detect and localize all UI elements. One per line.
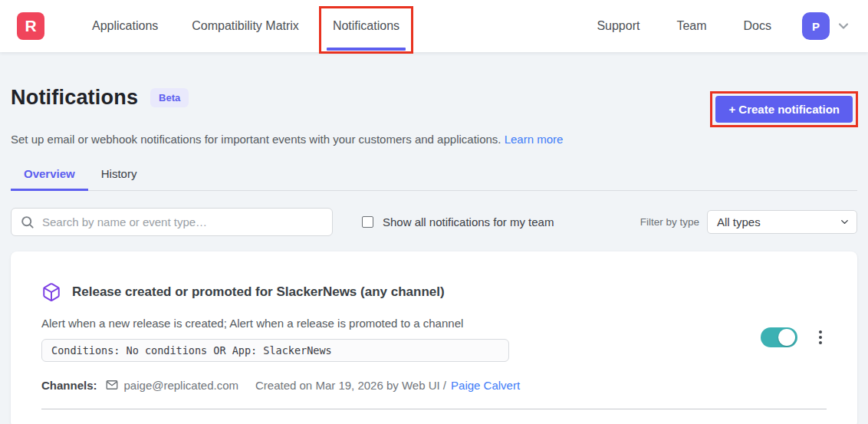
learn-more-link[interactable]: Learn more [505, 133, 564, 146]
notification-description: Alert when a new release is created; Ale… [41, 317, 742, 330]
nav-item-compatibility-matrix[interactable]: Compatibility Matrix [175, 0, 316, 52]
filter-by-type-label: Filter by type [640, 216, 699, 228]
email-icon [105, 378, 119, 392]
tab-overview[interactable]: Overview [11, 161, 88, 190]
main-content: Notifications Beta + Create notification… [0, 52, 868, 424]
create-notification-button[interactable]: + Create notification [715, 96, 853, 123]
secondary-nav: Support Team Docs P [578, 0, 851, 52]
tab-bar: Overview History [11, 161, 857, 191]
chevron-down-icon[interactable] [836, 18, 851, 34]
tab-history[interactable]: History [88, 161, 150, 190]
nav-item-label: Notifications [333, 19, 399, 33]
active-tab-underline [327, 48, 406, 51]
card-divider [41, 409, 827, 409]
kebab-menu-icon[interactable] [814, 327, 827, 347]
replicated-logo[interactable]: R [17, 12, 44, 40]
conditions-box: Conditions: No conditions OR App: Slacke… [41, 339, 509, 362]
user-avatar[interactable]: P [802, 12, 830, 40]
nav-item-support[interactable]: Support [578, 0, 658, 52]
nav-item-docs[interactable]: Docs [725, 0, 790, 52]
nav-item-label: Docs [744, 19, 771, 33]
page-title: Notifications [11, 86, 138, 110]
show-all-checkbox-label: Show all notifications for my team [383, 215, 554, 228]
toggle-knob [778, 329, 795, 346]
nav-item-label: Support [597, 19, 639, 33]
filter-controls-row: Show all notifications for my team Filte… [11, 208, 857, 236]
nav-item-team[interactable]: Team [658, 0, 725, 52]
page-description: Set up email or webhook notifications fo… [11, 133, 857, 146]
nav-item-notifications[interactable]: Notifications [316, 0, 416, 52]
notification-meta-row: Channels: paige@replicated.com Created o… [41, 378, 742, 392]
type-filter-select[interactable]: All types [707, 210, 857, 234]
notification-card: Release created or promoted for SlackerN… [11, 251, 857, 424]
created-text: Created on Mar 19, 2026 by Web UI / [255, 379, 446, 392]
nav-item-label: Team [676, 19, 706, 33]
notification-title: Release created or promoted for SlackerN… [72, 284, 445, 300]
search-input[interactable] [11, 208, 333, 236]
nav-item-label: Applications [92, 19, 158, 33]
top-nav-bar: R Applications Compatibility Matrix Noti… [0, 0, 868, 52]
channel-email: paige@replicated.com [124, 379, 238, 392]
channels-label: Channels: [41, 379, 97, 392]
created-by-link[interactable]: Paige Calvert [451, 379, 520, 392]
page-header: Notifications Beta + Create notification [11, 86, 857, 123]
show-all-checkbox-row[interactable]: Show all notifications for my team [362, 215, 554, 228]
notification-toggle[interactable] [761, 327, 797, 347]
nav-item-label: Compatibility Matrix [192, 19, 299, 33]
show-all-checkbox[interactable] [362, 216, 373, 228]
nav-item-applications[interactable]: Applications [75, 0, 175, 52]
package-icon [41, 282, 61, 302]
beta-badge: Beta [150, 88, 189, 107]
search-icon [20, 215, 35, 232]
primary-nav: Applications Compatibility Matrix Notifi… [75, 0, 416, 52]
